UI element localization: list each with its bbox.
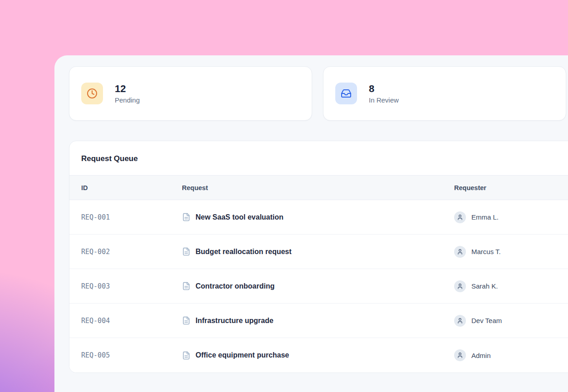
requester-cell: Emma L. [454,211,568,223]
table-body: REQ-001 New SaaS tool evaluation [69,200,568,372]
clock-icon [81,83,103,104]
pending-label: Pending [115,96,140,104]
request-id: REQ-003 [81,282,182,290]
stat-card-in-review: 8 In Review [323,66,566,121]
request-id: REQ-005 [81,351,182,359]
stat-card-pending: 12 Pending [69,66,312,121]
avatar [454,280,466,292]
file-text-icon [182,247,191,256]
table-row[interactable]: REQ-004 Infrastructure upgrade [69,304,568,338]
request-cell: Contractor onboarding [182,282,454,290]
table-header-row: ID Request Requester [69,176,568,200]
requester-name: Admin [471,352,491,359]
file-text-icon [182,316,191,325]
main-panel: 12 Pending 8 In Review Request Queue ID … [54,55,568,392]
file-text-icon [182,213,191,221]
requester-cell: Sarah K. [454,280,568,292]
file-text-icon [182,282,191,290]
request-queue-card: Request Queue ID Request Requester REQ-0… [69,141,568,373]
request-id: REQ-002 [81,248,182,256]
requester-cell: Admin [454,349,568,361]
in-review-label: In Review [369,96,399,104]
file-text-icon [182,351,191,360]
request-title: New SaaS tool evaluation [196,213,284,221]
stats-row: 12 Pending 8 In Review [69,66,568,121]
request-queue-header: Request Queue [69,141,568,176]
request-title: Infrastructure upgrade [196,317,274,325]
request-id: REQ-004 [81,317,182,325]
request-cell: New SaaS tool evaluation [182,213,454,221]
column-header-id: ID [81,184,182,191]
request-cell: Infrastructure upgrade [182,316,454,325]
column-header-requester: Requester [454,184,568,191]
avatar [454,315,466,327]
request-cell: Budget reallocation request [182,247,454,256]
pending-count: 12 [115,83,140,94]
table-row[interactable]: REQ-005 Office equipment purchase [69,338,568,372]
avatar [454,349,466,361]
table-row[interactable]: REQ-003 Contractor onboarding [69,269,568,304]
table-row[interactable]: REQ-001 New SaaS tool evaluation [69,200,568,235]
request-title: Contractor onboarding [196,282,274,290]
requester-cell: Dev Team [454,315,568,327]
page-title: Request Queue [81,154,568,163]
column-header-request: Request [182,184,454,191]
requester-cell: Marcus T. [454,246,568,258]
avatar [454,211,466,223]
requester-name: Marcus T. [471,248,501,255]
requester-name: Dev Team [471,317,502,324]
request-cell: Office equipment purchase [182,351,454,360]
requester-name: Sarah K. [471,282,498,290]
request-title: Budget reallocation request [196,248,292,256]
request-id: REQ-001 [81,213,182,221]
request-title: Office equipment purchase [196,351,289,359]
avatar [454,246,466,258]
in-review-count: 8 [369,83,399,94]
inbox-icon [335,83,357,104]
requester-name: Emma L. [471,213,499,221]
table-row[interactable]: REQ-002 Budget reallocation request [69,235,568,269]
